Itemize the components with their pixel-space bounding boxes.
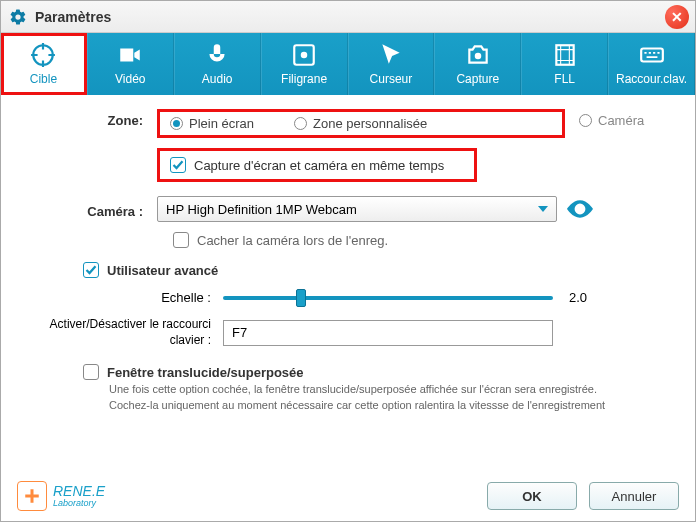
tab-fll[interactable]: FLL <box>521 33 608 95</box>
tab-raccourci[interactable]: Raccour.clav. <box>608 33 695 95</box>
zone-label: Zone: <box>23 109 157 128</box>
hotkey-label: Activer/Désactiver le raccourci clavier … <box>23 317 223 348</box>
slider-thumb[interactable] <box>296 289 306 307</box>
scale-label: Echelle : <box>23 290 223 305</box>
tab-audio[interactable]: Audio <box>174 33 261 95</box>
cursor-icon <box>378 42 404 68</box>
tab-curseur[interactable]: Curseur <box>348 33 435 95</box>
svg-point-2 <box>301 52 308 59</box>
close-button[interactable]: ✕ <box>665 5 689 29</box>
logo-badge <box>17 481 47 511</box>
brand-logo: RENE.E Laboratory <box>17 481 105 511</box>
tab-cible[interactable]: Cible <box>1 33 87 95</box>
hide-camera-checkbox[interactable]: Cacher la caméra lors de l'enreg. <box>173 232 673 248</box>
checkbox-icon <box>83 262 99 278</box>
film-icon <box>552 42 578 68</box>
camera-icon <box>465 42 491 68</box>
window-title: Paramètres <box>35 9 111 25</box>
svg-rect-5 <box>641 49 663 62</box>
radio-camera[interactable]: Caméra <box>579 113 644 128</box>
camera-select[interactable]: HP High Definition 1MP Webcam <box>157 196 557 222</box>
camera-label: Caméra : <box>23 200 157 219</box>
zone-radio-group: Plein écran Zone personnalisée <box>157 109 565 138</box>
gear-icon <box>9 8 27 26</box>
video-icon <box>117 42 143 68</box>
keyboard-icon <box>639 42 665 68</box>
tab-filigrane[interactable]: Filigrane <box>261 33 348 95</box>
watermark-icon <box>291 42 317 68</box>
translucent-checkbox[interactable]: Fenêtre translucide/superposée <box>83 364 673 380</box>
tab-capture[interactable]: Capture <box>434 33 521 95</box>
ok-button[interactable]: OK <box>487 482 577 510</box>
cancel-button[interactable]: Annuler <box>589 482 679 510</box>
svg-rect-4 <box>556 45 573 65</box>
tab-bar: Cible Vidéo Audio Filigrane Curseur Capt… <box>1 33 695 95</box>
chevron-down-icon <box>538 206 548 212</box>
checkbox-icon <box>170 157 186 173</box>
checkbox-icon <box>83 364 99 380</box>
scale-value: 2.0 <box>569 290 609 305</box>
radio-fullscreen[interactable]: Plein écran <box>170 116 254 131</box>
capture-both-checkbox[interactable]: Capture d'écran et caméra en même temps <box>157 148 477 182</box>
tab-video[interactable]: Vidéo <box>87 33 174 95</box>
close-icon: ✕ <box>671 9 683 25</box>
translucent-desc: Une fois cette option cochée, la fenêtre… <box>109 382 669 413</box>
checkbox-icon <box>173 232 189 248</box>
radio-icon <box>170 117 183 130</box>
radio-custom-zone[interactable]: Zone personnalisée <box>294 116 427 131</box>
svg-point-6 <box>577 206 582 211</box>
target-icon <box>30 42 56 68</box>
preview-eye-icon[interactable] <box>567 199 593 219</box>
mic-icon <box>204 42 230 68</box>
svg-point-3 <box>475 53 482 60</box>
scale-slider[interactable] <box>223 296 553 300</box>
advanced-user-checkbox[interactable]: Utilisateur avancé <box>83 262 673 278</box>
hotkey-input[interactable] <box>223 320 553 346</box>
plus-icon <box>23 487 41 505</box>
radio-icon <box>294 117 307 130</box>
radio-icon <box>579 114 592 127</box>
